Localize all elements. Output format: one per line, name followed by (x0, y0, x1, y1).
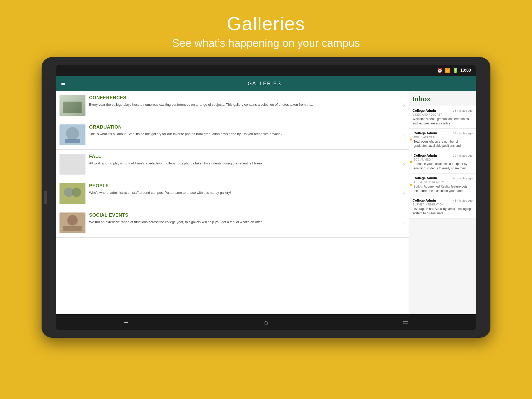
inbox-time-3: 40 minutes ago (453, 177, 473, 180)
inbox-item-3-header: College Admin 40 minutes ago (414, 176, 473, 180)
svg-point-7 (67, 215, 78, 225)
inbox-sender-1: College Admin (414, 131, 437, 135)
inbox-time-1: 39 minutes ago (453, 132, 473, 135)
tablet-frame: ⏰ 📶 🔋 10:00 ≡ GALLERIES CONFERENCES Ever… (42, 57, 490, 338)
svg-rect-2 (65, 139, 80, 143)
main-content: CONFERENCES Every year the college plays… (56, 91, 476, 314)
inbox-category-4: SURVEY INTEGRATION (413, 203, 473, 206)
gallery-title-social: SOCIAL EVENTS (89, 212, 398, 218)
inbox-preview-2: Enhance your social media footprint by e… (414, 162, 473, 171)
inbox-sender-0: College Admin (413, 109, 436, 112)
arrow-icon-graduation: › (403, 131, 405, 138)
inbox-category-1: JOB PLACEMENT (414, 136, 473, 139)
arrow-icon-fall: › (403, 161, 405, 168)
inbox-preview-1: Total oversight on the number of graduat… (414, 139, 473, 148)
inbox-item-0-header: College Admin 38 minutes ago (413, 109, 473, 112)
gallery-title-graduation: GRADUATION (89, 124, 398, 130)
gallery-item-social-events[interactable]: SOCIAL EVENTS We run an extensive range … (56, 208, 409, 238)
gallery-thumb-social (59, 212, 85, 233)
gallery-item-people[interactable]: PEOPLE Who’s who of administration staff… (56, 179, 409, 208)
gallery-item-graduation[interactable]: GRADUATION This is what it’s all about! … (56, 120, 409, 150)
graduation-thumb-svg (59, 124, 85, 145)
gallery-desc-fall: All work and no play is no fun! Here’s a… (89, 161, 398, 166)
gallery-thumb-graduation (59, 124, 85, 145)
gallery-desc-people: Who’s who of administration staff around… (89, 190, 398, 195)
inbox-item-4[interactable]: College Admin 41 minutes ago SURVEY INTE… (409, 196, 476, 218)
svg-point-1 (66, 127, 79, 140)
back-button[interactable]: ← (115, 316, 138, 328)
gallery-thumb-fall (59, 154, 85, 175)
bottom-nav: ← ⌂ ▭ (56, 314, 476, 330)
inbox-sender-2: College Admin (414, 154, 437, 157)
social-thumb-svg (59, 212, 85, 233)
unread-dot-1 (410, 138, 412, 141)
gallery-desc-social: We run an extensive range of functions a… (89, 220, 398, 225)
unread-dot-3 (410, 184, 412, 186)
inbox-item-0[interactable]: College Admin 38 minutes ago VIDEO AND P… (409, 106, 476, 129)
inbox-sender-4: College Admin (413, 198, 436, 202)
inbox-item-4-header: College Admin 41 minutes ago (413, 198, 473, 202)
inbox-time-2: 39 minutes ago (453, 154, 473, 157)
recent-button[interactable]: ▭ (395, 316, 417, 328)
gallery-info-graduation: GRADUATION This is what it’s all about! … (85, 124, 402, 137)
inbox-preview-4: Leverage Klass Apps’ dynamic messaging s… (413, 207, 473, 216)
page-title: Galleries (0, 13, 532, 34)
unread-dot-2 (410, 161, 412, 163)
page-subtitle: See what’s happening on your campus (0, 37, 532, 49)
inbox-item-2[interactable]: College Admin 39 minutes ago SOCIAL MEDI… (409, 151, 476, 174)
inbox-time-0: 38 minutes ago (453, 109, 473, 112)
tablet-screen: ⏰ 📶 🔋 10:00 ≡ GALLERIES CONFERENCES Ever… (56, 65, 476, 330)
gallery-info-fall: FALL All work and no play is no fun! Her… (85, 154, 402, 166)
inbox-item-1[interactable]: College Admin 39 minutes ago JOB PLACEME… (409, 129, 476, 151)
arrow-icon-conferences: › (403, 102, 405, 109)
inbox-header: Inbox (409, 91, 476, 106)
inbox-item-2-header: College Admin 39 minutes ago (414, 154, 473, 157)
arrow-icon-social: › (403, 220, 405, 226)
app-bar: ≡ GALLERIES (56, 76, 476, 91)
gallery-info-people: PEOPLE Who’s who of administration staff… (85, 183, 402, 195)
gallery-item-conferences[interactable]: CONFERENCES Every year the college plays… (56, 91, 409, 120)
tablet-side-button (44, 191, 47, 204)
alarm-icon: ⏰ (437, 68, 443, 73)
gallery-title-people: PEOPLE (89, 183, 398, 189)
people-thumb-svg (59, 183, 85, 204)
gallery-desc-graduation: This is what it’s all about! Step inside… (89, 131, 398, 137)
wifi-icon: 📶 (445, 68, 450, 73)
inbox-time-4: 41 minutes ago (453, 199, 473, 202)
inbox-panel: Inbox College Admin 38 minutes ago VIDEO… (409, 91, 476, 314)
gallery-desc-conferences: Every year the college plays host to num… (89, 102, 398, 107)
page-header: Galleries See what’s happening on your c… (0, 0, 532, 57)
hamburger-icon[interactable]: ≡ (61, 79, 65, 88)
gallery-list: CONFERENCES Every year the college plays… (56, 91, 409, 314)
status-icons: ⏰ 📶 🔋 10:00 (437, 68, 471, 73)
inbox-sender-3: College Admin (414, 176, 437, 180)
inbox-category-2: SOCIAL MEDIA (414, 158, 473, 161)
svg-rect-8 (63, 226, 82, 231)
inbox-item-1-header: College Admin 39 minutes ago (414, 131, 473, 135)
app-bar-title: GALLERIES (70, 81, 458, 87)
gallery-title-fall: FALL (89, 154, 398, 159)
svg-point-5 (72, 188, 81, 197)
battery-icon: 🔋 (453, 68, 458, 73)
gallery-thumb-people (59, 183, 85, 204)
arrow-icon-people: › (403, 190, 405, 197)
gallery-info-social: SOCIAL EVENTS We run an extensive range … (85, 212, 402, 225)
home-button[interactable]: ⌂ (256, 316, 276, 328)
inbox-item-3[interactable]: College Admin 40 minutes ago AUGMENTED R… (409, 174, 476, 196)
inbox-preview-3: Built-in Augmented Reality feature puts … (414, 184, 473, 193)
gallery-info-conferences: CONFERENCES Every year the college plays… (85, 95, 402, 107)
inbox-category-0: VIDEO AND PODCAST (413, 113, 473, 116)
gallery-title-conferences: CONFERENCES (89, 95, 398, 101)
inbox-preview-0: Welcome videos, graduation ceremonies an… (413, 117, 473, 126)
inbox-category-3: AUGMENTED REALITY (414, 181, 473, 184)
status-time: 10:00 (460, 68, 471, 73)
gallery-item-fall[interactable]: FALL All work and no play is no fun! Her… (56, 150, 409, 179)
status-bar: ⏰ 📶 🔋 10:00 (56, 65, 476, 76)
gallery-thumb-conferences (59, 95, 85, 116)
